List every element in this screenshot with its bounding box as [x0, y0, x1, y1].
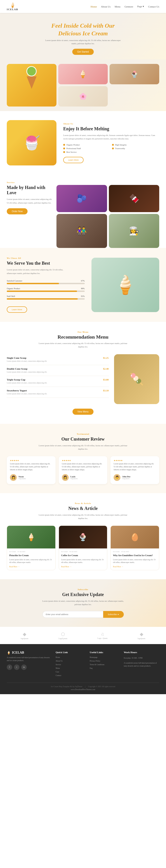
- news-image-3: 🥚: [111, 526, 159, 549]
- about-description: Lorem ipsum dolor sit amet, consectetur …: [63, 134, 159, 141]
- news-section: News & Article News & Article Lorem ipsu…: [0, 493, 166, 580]
- social-twitter-icon[interactable]: t: [14, 664, 19, 670]
- footer-link-contact[interactable]: Contact: [55, 675, 85, 677]
- footer-link-faq[interactable]: Faq: [90, 667, 119, 669]
- couple-icon: 👫: [77, 226, 87, 236]
- news-title: News & Article: [7, 506, 159, 511]
- services-section: Service Made by Hand with Love Lorem ips…: [0, 175, 166, 248]
- about-image-container: 🍧: [7, 120, 56, 165]
- newsletter-subscribe-button[interactable]: Subscribe ➔: [103, 611, 124, 618]
- testimonial-text-3: Lorem ipsum dolor sit amet, consectetur …: [114, 463, 156, 471]
- progress-learn-more-button[interactable]: Learn More: [7, 306, 27, 313]
- service-image-berries: 🫐: [56, 185, 107, 212]
- newsletter-email-input[interactable]: [42, 611, 103, 618]
- progress-label-customers: Satisfied Customer 67%: [7, 280, 85, 282]
- nav-home[interactable]: Home: [91, 5, 97, 8]
- social-linkedin-icon[interactable]: in: [21, 664, 27, 670]
- progress-tag: We Chose All: [7, 257, 85, 259]
- hero-image-3: 🍨: [110, 64, 159, 84]
- nav-about[interactable]: About Us: [101, 5, 111, 8]
- menu-description: Lorem ipsum dolor sit amet, consectetur …: [38, 342, 128, 349]
- social-facebook-icon[interactable]: f: [7, 664, 12, 670]
- logo[interactable]: 🍦 ICELAB: [7, 2, 18, 11]
- footer-work-hours: Work Hours Everyday: 10 AM – 9 PM A wond…: [124, 651, 159, 678]
- feature-dot-2: [112, 144, 114, 146]
- nav-contact[interactable]: Contact Us: [148, 5, 159, 8]
- services-order-button[interactable]: Order Now: [7, 208, 28, 214]
- hero-section: Feel Inside Cold with Our Delicious Ice …: [0, 13, 166, 59]
- services-title: Made by Hand with Love: [7, 185, 53, 195]
- footer-useful-links-title: Useful Links: [90, 651, 119, 654]
- view-menu-button[interactable]: View Menu: [73, 409, 93, 415]
- progress-item-staff: Staff Skill 91%: [7, 295, 85, 300]
- testimonial-avatar-2: 👩: [62, 474, 69, 481]
- news-card-title-2: Coffee Ice Cream: [61, 554, 105, 557]
- footer-brand-name: 🍦 ICELAB: [7, 651, 51, 655]
- testimonials-section: Testimonial Our Customer Review Lorem ip…: [0, 424, 166, 493]
- news-read-more-2[interactable]: Read More →: [61, 566, 105, 568]
- footer-link-service[interactable]: Service: [55, 663, 85, 665]
- testimonial-author-3: 👨 John Doe Yogyakarta: [114, 474, 156, 481]
- berries-icon: 🫐: [77, 194, 87, 203]
- footer-hours-desc: A wonderful serene full-faked presentati…: [124, 662, 159, 668]
- news-image-2: 🍨: [59, 526, 107, 549]
- menu-item-2-desc: Lorem ipsum dolor sit amet, consectetur …: [7, 371, 103, 373]
- news-card-body-1: Ice Cream 01 Jan 2023 Pistachio Ice Crea…: [7, 549, 55, 570]
- footer-link-menu[interactable]: Menu: [55, 667, 85, 669]
- menu-item-4-name: Strawberry Yogurt: [7, 389, 103, 392]
- menu-item-2-name: Double Cone Scoop: [7, 367, 103, 370]
- newsletter-title: Get Exclusive Update: [7, 592, 159, 597]
- news-card-3: 🥚 Ice Cream 03 Jan 2023 Why Are Emulsifi…: [111, 526, 159, 570]
- menu-item-2-price: $2.40: [103, 367, 109, 370]
- footer-link-homepage[interactable]: Homepage: [90, 656, 119, 658]
- about-content: About Us Enjoy It Before Melting Lorem i…: [63, 123, 159, 163]
- news-description: Lorem ipsum dolor sit amet, consectetur …: [38, 513, 128, 520]
- footer-brand: 🍦 ICELAB A wonderful serene full-faked p…: [7, 651, 51, 678]
- newsletter-section: Subscribe Get Exclusive Update Lorem ips…: [0, 579, 166, 627]
- news-card-title-1: Pistachio Ice Cream: [9, 554, 53, 557]
- testimonial-stars-3: ★★★★★: [114, 459, 156, 462]
- news-meta-2: Ice Cream 02 Jan 2023: [61, 551, 105, 553]
- menu-item-4-desc: Lorem ipsum dolor sit amet, consectetur …: [7, 393, 103, 395]
- nav-menu[interactable]: Menu: [115, 5, 121, 8]
- menu-item-1-desc: Lorem ipsum dolor sit amet, consectetur …: [7, 360, 103, 363]
- progress-description: Lorem ipsum dolor sit amet, consectetur …: [7, 268, 66, 275]
- footer-link-case[interactable]: Case: [55, 671, 85, 673]
- testimonials-cards: ★★★★★ Lorem ipsum dolor sit amet, consec…: [7, 456, 159, 484]
- nav-getmore[interactable]: Getmore: [124, 5, 133, 8]
- news-card-1: 🍦 Ice Cream 01 Jan 2023 Pistachio Ice Cr…: [7, 526, 55, 570]
- menu-item-2-info: Double Cone Scoop Lorem ipsum dolor sit …: [7, 367, 103, 373]
- testimonial-text-1: Lorem ipsum dolor sit amet, consectetur …: [10, 463, 52, 471]
- progress-item-customers: Satisfied Customer 67%: [7, 280, 85, 284]
- menu-item-1: Single Cone Scoop Lorem ipsum dolor sit …: [7, 354, 109, 365]
- hero-description: Lorem ipsum dolor sit amet, consectetur …: [45, 39, 122, 45]
- news-read-more-1[interactable]: Read More →: [9, 566, 53, 568]
- logo-icon-1: ◆: [23, 631, 26, 637]
- news-card-desc-1: Lorem ipsum dolor sit amet, consectetur …: [9, 558, 53, 564]
- testimonial-author-2: 👩 Layla Yogyakarta: [62, 474, 105, 481]
- footer-watermark: www.DownloadNewThemes.com: [7, 688, 159, 690]
- testimonial-card-2: ★★★★★ Lorem ipsum dolor sit amet, consec…: [59, 456, 108, 484]
- about-learn-more-button[interactable]: Learn More: [63, 157, 84, 163]
- logo-item-4: ◆ logolpsum: [137, 631, 145, 640]
- service-image-barista: 👩‍🍳: [109, 214, 160, 248]
- footer-link-about[interactable]: About Us: [55, 660, 85, 662]
- chocolate-icon: 🍫: [129, 194, 139, 203]
- menu-item-1-info: Single Cone Scoop Lorem ipsum dolor sit …: [7, 356, 103, 363]
- menu-item-4: Strawberry Yogurt Lorem ipsum dolor sit …: [7, 387, 109, 398]
- footer-useful-links: Useful Links Homepage Privacy Policy Ter…: [90, 651, 119, 678]
- feature-dot-3: [63, 148, 65, 149]
- services-images-grid: 🫐 🍫 👫 👩‍🍳: [56, 185, 159, 248]
- feature-staff: Professional Staff: [63, 147, 111, 150]
- footer-quick-links-list: Home About Us Service Menu Case Contact: [55, 656, 85, 677]
- progress-label-organic: Organic Product 90%: [7, 287, 85, 290]
- footer-link-terms[interactable]: Terms & Conditions: [90, 663, 119, 665]
- news-card-2: 🍨 Ice Cream 02 Jan 2023 Coffee Ice Cream…: [59, 526, 108, 570]
- nav-page[interactable]: Page ▾: [137, 5, 144, 8]
- news-read-more-3[interactable]: Read More →: [113, 566, 157, 568]
- hero-cta-button[interactable]: Get Started: [72, 49, 94, 55]
- about-title: Enjoy It Before Melting: [63, 126, 159, 131]
- news-header: News & Article News & Article Lorem ipsu…: [7, 502, 159, 520]
- footer-link-privacy[interactable]: Privacy Policy: [90, 660, 119, 662]
- footer-link-home[interactable]: Home: [55, 656, 85, 658]
